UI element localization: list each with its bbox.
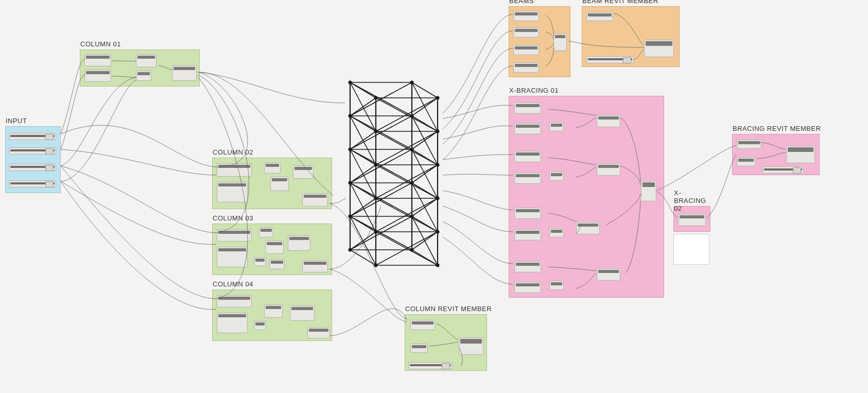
component[interactable] <box>514 173 541 184</box>
group-column-02[interactable]: COLUMN 02 <box>212 158 332 209</box>
component[interactable] <box>410 344 428 353</box>
svg-line-18 <box>412 82 438 131</box>
component-slider[interactable] <box>9 133 56 140</box>
component[interactable] <box>307 327 330 338</box>
component[interactable] <box>290 305 315 321</box>
component[interactable] <box>84 70 111 82</box>
component[interactable] <box>514 123 541 134</box>
component[interactable] <box>513 62 539 73</box>
component[interactable] <box>513 45 539 55</box>
component[interactable] <box>549 228 564 237</box>
component[interactable] <box>737 157 755 166</box>
svg-line-12 <box>350 82 412 116</box>
component[interactable] <box>549 281 564 290</box>
group-label: INPUT <box>6 117 27 125</box>
svg-line-15 <box>376 98 438 131</box>
group-column-revit-member[interactable]: COLUMN REVIT MEMBER <box>405 314 487 371</box>
svg-line-37 <box>412 149 438 165</box>
component-slider[interactable] <box>9 180 56 187</box>
group-column-03[interactable]: COLUMN 03 <box>212 224 332 275</box>
svg-point-41 <box>410 148 414 151</box>
component-slider[interactable] <box>9 147 56 155</box>
structure-preview <box>345 67 445 283</box>
group-label: COLUMN 03 <box>213 214 253 222</box>
component[interactable] <box>644 40 674 57</box>
component[interactable] <box>217 229 252 242</box>
component[interactable] <box>293 165 314 179</box>
group-beams[interactable]: BEAMS <box>509 6 570 77</box>
svg-line-47 <box>376 165 438 198</box>
component[interactable] <box>270 177 289 191</box>
svg-point-73 <box>410 215 414 218</box>
group-column-04[interactable]: COLUMN 04 <box>212 289 332 341</box>
component[interactable] <box>302 260 328 272</box>
svg-point-58 <box>374 197 378 200</box>
component[interactable] <box>264 162 281 174</box>
svg-point-43 <box>436 163 440 167</box>
component[interactable] <box>678 214 706 226</box>
group-input[interactable]: INPUT <box>5 126 61 193</box>
component[interactable] <box>217 313 248 333</box>
group-beam-revit-member[interactable]: BEAM REVIT MEMBER <box>582 6 680 67</box>
component[interactable] <box>136 54 157 67</box>
svg-line-32 <box>350 116 376 165</box>
component[interactable] <box>737 140 761 149</box>
svg-line-29 <box>350 116 412 149</box>
component[interactable] <box>459 337 483 355</box>
component[interactable] <box>265 241 284 254</box>
component[interactable] <box>514 208 541 219</box>
component[interactable] <box>513 27 539 38</box>
component[interactable] <box>549 122 564 131</box>
component[interactable] <box>549 172 564 181</box>
component[interactable] <box>553 33 567 51</box>
component[interactable] <box>136 71 151 81</box>
component[interactable] <box>514 102 541 114</box>
component[interactable] <box>597 163 620 176</box>
component-slider[interactable] <box>762 166 804 174</box>
component[interactable] <box>84 54 111 66</box>
component[interactable] <box>302 193 328 207</box>
component[interactable] <box>514 261 541 272</box>
component-slider[interactable] <box>586 56 634 63</box>
group-bracing-revit-member[interactable]: BRACING REVIT MEMBER <box>732 134 820 175</box>
component[interactable] <box>217 163 252 177</box>
component[interactable] <box>172 65 197 81</box>
component[interactable] <box>254 257 266 266</box>
svg-point-27 <box>436 130 440 133</box>
component[interactable] <box>217 182 248 202</box>
svg-point-89 <box>410 248 414 252</box>
svg-line-17 <box>350 98 376 116</box>
component[interactable] <box>576 222 600 234</box>
svg-line-80 <box>350 216 376 265</box>
component[interactable] <box>641 181 656 201</box>
svg-line-14 <box>376 98 438 131</box>
svg-point-88 <box>349 248 352 252</box>
component[interactable] <box>269 259 285 269</box>
component[interactable] <box>586 12 613 21</box>
svg-point-90 <box>374 264 378 267</box>
grasshopper-canvas[interactable]: INPUT COLUMN 01 COLUMN 02 COLUMN 03 <box>0 0 868 393</box>
component[interactable] <box>217 247 248 267</box>
component[interactable] <box>259 227 273 237</box>
svg-point-8 <box>349 81 352 84</box>
component[interactable] <box>288 235 310 251</box>
component[interactable] <box>264 304 283 318</box>
svg-point-74 <box>374 230 378 234</box>
component[interactable] <box>514 282 541 293</box>
component[interactable] <box>514 151 541 162</box>
group-xbracing-02[interactable]: X-BRACING 02 <box>673 206 710 232</box>
component[interactable] <box>597 268 620 281</box>
component-slider[interactable] <box>9 164 56 171</box>
svg-line-71 <box>350 216 376 232</box>
component[interactable] <box>217 295 252 307</box>
component[interactable] <box>513 11 539 21</box>
group-xbracing-01[interactable]: X-BRACING 01 <box>509 96 664 298</box>
component-slider[interactable] <box>408 362 453 369</box>
svg-line-19 <box>412 98 438 116</box>
component[interactable] <box>597 115 620 127</box>
component[interactable] <box>254 321 266 330</box>
component[interactable] <box>514 229 541 241</box>
component[interactable] <box>786 146 815 163</box>
component[interactable] <box>410 320 435 330</box>
group-column-01[interactable]: COLUMN 01 <box>80 49 200 87</box>
